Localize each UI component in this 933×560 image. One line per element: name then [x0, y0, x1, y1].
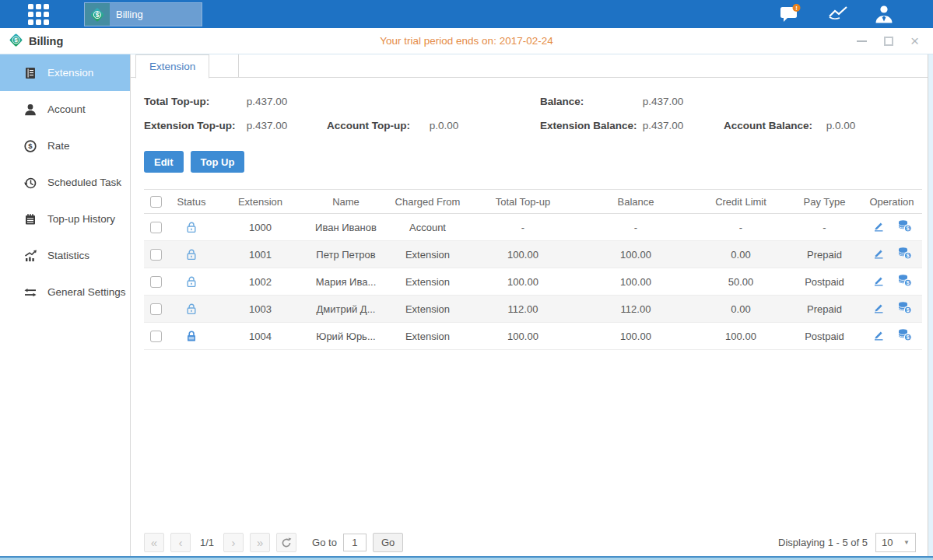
- open-app-tab-billing[interactable]: $ Billing: [84, 2, 202, 26]
- status-lock-icon[interactable]: [185, 275, 198, 289]
- tab-extension[interactable]: Extension: [135, 54, 209, 79]
- bar-chart-icon: [23, 249, 37, 263]
- top-app-bar: $ Billing !: [0, 0, 933, 28]
- status-lock-icon[interactable]: [185, 303, 198, 316]
- pagination-bar: « ‹ 1/1 › » Go to Go Di: [144, 533, 916, 552]
- sidebar-item-account[interactable]: Account: [0, 91, 130, 128]
- top-up-button[interactable]: Top Up: [191, 151, 245, 173]
- row-checkbox[interactable]: [150, 303, 162, 315]
- row-checkbox[interactable]: [150, 249, 162, 261]
- row-checkbox[interactable]: [150, 331, 162, 342]
- edit-pencil-icon[interactable]: [872, 275, 885, 287]
- sidebar-item-extension[interactable]: Extension: [0, 54, 130, 91]
- svg-text:!: !: [795, 5, 798, 12]
- sidebar-item-scheduled-task[interactable]: Scheduled Task: [0, 164, 130, 201]
- edit-pencil-icon[interactable]: [872, 302, 885, 314]
- account-balance-value: p.0.00: [826, 120, 856, 131]
- row-checkbox[interactable]: [150, 276, 162, 288]
- sidebar-item-rate[interactable]: $ Rate: [0, 128, 130, 164]
- close-button[interactable]: ×: [910, 36, 919, 47]
- svg-text:$: $: [28, 142, 33, 150]
- cell-pay-type: -: [787, 214, 861, 241]
- cell-total-topup: -: [468, 214, 577, 241]
- first-page-button[interactable]: «: [144, 533, 164, 552]
- topup-coins-icon[interactable]: $: [897, 219, 912, 233]
- sidebar-item-label: Scheduled Task: [47, 177, 121, 188]
- maximize-button[interactable]: [884, 37, 893, 46]
- topup-coins-icon[interactable]: $: [897, 247, 912, 260]
- minimize-button[interactable]: [857, 40, 867, 42]
- last-page-button[interactable]: »: [250, 533, 270, 552]
- balance-summary: Total Top-up: p.437.00 Balance: p.437.00…: [144, 89, 922, 138]
- row-checkbox[interactable]: [150, 222, 162, 233]
- edit-button[interactable]: Edit: [144, 151, 184, 173]
- app-tab-label: Billing: [116, 9, 143, 20]
- cell-credit-limit: 100.00: [694, 323, 787, 350]
- go-button[interactable]: Go: [373, 533, 403, 552]
- total-topup-label: Total Top-up:: [144, 96, 244, 107]
- cell-name: Иван Иванов: [305, 214, 387, 241]
- cell-balance: -: [577, 214, 694, 241]
- sidebar-item-statistics[interactable]: Statistics: [0, 237, 130, 274]
- apps-grid-icon[interactable]: [28, 4, 49, 25]
- sidebar-item-topup-history[interactable]: Top-up History: [0, 201, 130, 237]
- cell-pay-type: Prepaid: [787, 241, 861, 268]
- user-icon[interactable]: [874, 4, 894, 24]
- edit-pencil-icon[interactable]: [872, 220, 885, 233]
- edit-pencil-icon[interactable]: [872, 329, 885, 341]
- refresh-button[interactable]: [276, 533, 296, 552]
- page-size-select[interactable]: 10 ▼: [875, 533, 916, 552]
- messages-icon[interactable]: !: [779, 3, 802, 24]
- cell-name: Петр Петров: [305, 241, 387, 268]
- status-lock-icon[interactable]: [185, 330, 198, 343]
- window-title-bar: $ Billing Your trial period ends on: 201…: [0, 28, 933, 54]
- extension-table-body: 1000 Иван Иванов Account - - - -: [144, 214, 922, 350]
- svg-text:$: $: [906, 280, 909, 286]
- cell-charged-from: Extension: [387, 241, 468, 268]
- svg-text:$: $: [906, 226, 909, 232]
- edit-pencil-icon[interactable]: [872, 247, 885, 260]
- topup-coins-icon[interactable]: $: [897, 274, 912, 287]
- dollar-circle-icon: $: [23, 139, 37, 153]
- table-row: 1003 Дмитрий Д... Extension 112.00 112.0…: [144, 296, 922, 323]
- extension-table: Status Extension Name Charged From Total…: [144, 189, 922, 350]
- person-icon: [23, 103, 37, 117]
- window-title: Billing: [29, 35, 63, 47]
- transfer-arrows-icon: [23, 285, 37, 299]
- prev-page-button[interactable]: ‹: [170, 533, 191, 552]
- sidebar-item-label: Top-up History: [47, 213, 115, 225]
- cell-pay-type: Postpaid: [787, 268, 861, 296]
- table-row: 1002 Мария Ива... Extension 100.00 100.0…: [144, 268, 922, 296]
- topup-coins-icon[interactable]: $: [897, 301, 912, 314]
- svg-text:$: $: [906, 334, 909, 341]
- ledger-icon: [23, 66, 37, 80]
- cell-extension: 1000: [216, 214, 305, 241]
- cell-name: Мария Ива...: [305, 268, 387, 296]
- goto-page-input[interactable]: [343, 534, 367, 551]
- cell-credit-limit: -: [694, 214, 787, 241]
- topup-coins-icon[interactable]: $: [897, 328, 912, 341]
- balance-label: Balance:: [540, 96, 640, 107]
- next-page-button[interactable]: ›: [223, 533, 244, 552]
- sidebar-item-label: General Settings: [47, 286, 126, 298]
- page-size-value: 10: [882, 537, 893, 548]
- column-header-status: Status: [167, 190, 216, 214]
- extension-balance-label: Extension Balance:: [540, 120, 640, 131]
- sidebar-item-general-settings[interactable]: General Settings: [0, 274, 130, 310]
- extension-topup-label: Extension Top-up:: [144, 120, 244, 131]
- column-header-extension: Extension: [216, 190, 305, 214]
- cell-extension: 1003: [216, 296, 305, 323]
- notebook-icon: [23, 212, 37, 226]
- statistics-chart-icon[interactable]: [827, 4, 849, 23]
- window-right-edge: [928, 54, 933, 556]
- sidebar-item-label: Statistics: [47, 250, 89, 261]
- sidebar-item-label: Extension: [47, 67, 93, 79]
- cell-pay-type: Prepaid: [787, 296, 861, 323]
- column-header-credit-limit: Credit Limit: [694, 190, 787, 214]
- tab-strip-stub: [209, 54, 239, 78]
- column-header-operation: Operation: [861, 190, 922, 214]
- cell-extension: 1002: [216, 268, 305, 296]
- select-all-checkbox[interactable]: [150, 196, 162, 208]
- status-lock-icon[interactable]: [185, 248, 198, 261]
- status-lock-icon[interactable]: [185, 221, 198, 234]
